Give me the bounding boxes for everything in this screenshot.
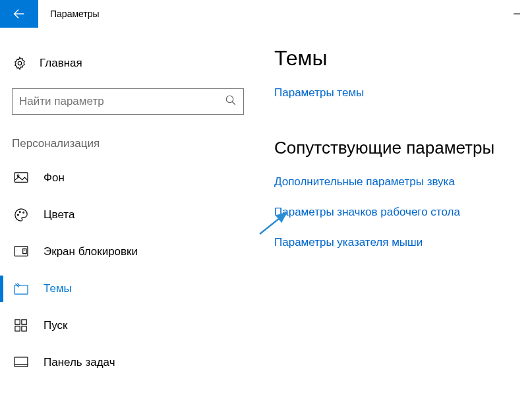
picture-icon [13,172,29,184]
start-icon [13,319,29,332]
nav-list: Фон Цвета [0,160,239,381]
themes-icon [13,282,29,295]
sidebar-item-label: Панель задач [44,356,115,369]
taskbar-icon [13,357,29,368]
home-button[interactable]: Главная [12,47,239,79]
svg-point-3 [226,96,233,103]
palette-icon [13,208,29,222]
sidebar-item-label: Цвета [44,208,74,221]
svg-point-8 [19,212,20,213]
svg-point-6 [17,175,19,177]
related-heading: Сопутствующие параметры [274,138,532,158]
search-field[interactable] [19,95,225,108]
main-content: Темы Параметры темы Сопутствующие параме… [251,28,532,412]
theme-settings-link[interactable]: Параметры темы [274,86,532,100]
minimize-icon [513,10,521,18]
svg-rect-13 [15,285,28,295]
home-label: Главная [40,57,82,70]
svg-rect-11 [23,249,26,254]
svg-point-9 [23,212,24,213]
related-links: Дополнительные параметры звука Параметры… [274,175,532,249]
related-link-mouse-pointer[interactable]: Параметры указателя мыши [274,236,532,249]
titlebar: Параметры [0,0,532,28]
arrow-left-icon [12,7,26,21]
gear-icon [12,56,28,71]
lockscreen-icon [13,246,29,258]
related-link-desktop-icons[interactable]: Параметры значков рабочего стола [274,206,532,219]
sidebar-item-label: Экран блокировки [44,245,138,258]
search-icon [225,94,237,109]
svg-rect-14 [15,320,20,324]
sidebar-item-taskbar[interactable]: Панель задач [0,344,239,381]
svg-rect-10 [15,247,28,256]
svg-rect-5 [15,173,28,182]
sidebar-item-lockscreen[interactable]: Экран блокировки [0,233,239,270]
minimize-button[interactable] [502,0,532,28]
sidebar-item-label: Фон [44,171,65,185]
related-link-sound[interactable]: Дополнительные параметры звука [274,175,532,189]
sidebar-item-start[interactable]: Пуск [0,307,239,344]
svg-line-4 [232,102,235,105]
svg-rect-15 [22,320,26,324]
sidebar-item-label: Темы [44,282,72,295]
svg-rect-18 [15,357,28,367]
svg-point-2 [18,61,22,65]
page-heading: Темы [274,46,532,71]
svg-rect-16 [15,326,20,331]
window-title: Параметры [50,9,100,19]
sidebar-item-themes[interactable]: Темы [0,270,239,307]
sidebar-item-label: Пуск [44,319,67,332]
sidebar-item-background[interactable]: Фон [0,160,239,196]
back-button[interactable] [0,0,38,28]
section-label: Персонализация [12,137,239,150]
svg-rect-17 [22,326,26,331]
search-input[interactable] [12,88,244,115]
sidebar-item-colors[interactable]: Цвета [0,196,239,233]
svg-point-7 [18,214,19,216]
window-controls [502,0,532,28]
sidebar: Главная Персонализация [0,28,251,412]
